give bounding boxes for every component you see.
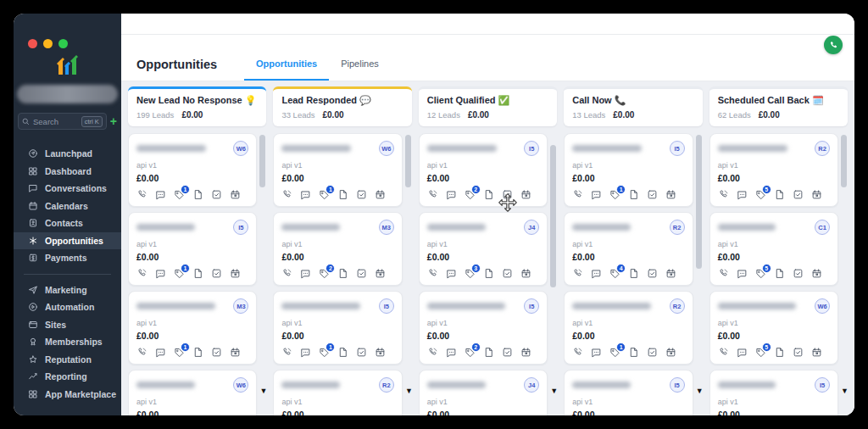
notes-icon[interactable] bbox=[774, 268, 785, 279]
appointment-icon[interactable] bbox=[665, 347, 676, 358]
conversation-icon[interactable] bbox=[300, 347, 311, 358]
tasks-icon[interactable] bbox=[502, 347, 513, 358]
appointment-icon[interactable] bbox=[665, 268, 676, 279]
tasks-icon[interactable] bbox=[211, 268, 222, 279]
minimize-window-button[interactable] bbox=[43, 39, 53, 48]
tasks-icon[interactable] bbox=[356, 268, 367, 279]
call-icon[interactable] bbox=[572, 347, 583, 358]
call-icon[interactable] bbox=[136, 189, 147, 200]
sidebar-item-automation[interactable]: Automation bbox=[14, 298, 121, 316]
appointment-icon[interactable] bbox=[811, 347, 822, 358]
column-scrollbar[interactable] bbox=[696, 135, 702, 269]
appointment-icon[interactable] bbox=[811, 189, 822, 200]
opportunity-card[interactable]: W6 api v1 £0.00 1 bbox=[128, 370, 257, 415]
column-scroll-caret[interactable]: ▼ bbox=[259, 387, 266, 395]
column-scrollbar[interactable] bbox=[259, 135, 265, 187]
appointment-icon[interactable] bbox=[375, 347, 386, 358]
conversation-icon[interactable] bbox=[737, 268, 748, 279]
sidebar-item-sites[interactable]: Sites bbox=[14, 316, 121, 334]
stage-header[interactable]: New Lead No Response 💡 199 Leads £0.00 bbox=[128, 86, 266, 126]
tasks-icon[interactable] bbox=[647, 189, 658, 200]
call-icon[interactable] bbox=[281, 347, 292, 358]
stage-header[interactable]: Lead Responded 💬 33 Leads £0.00 bbox=[273, 86, 411, 126]
appointment-icon[interactable] bbox=[811, 268, 822, 279]
sidebar-item-dashboard[interactable]: Dashboard bbox=[14, 163, 121, 181]
appointment-icon[interactable] bbox=[375, 189, 386, 200]
notes-icon[interactable] bbox=[774, 347, 785, 358]
notes-icon[interactable] bbox=[628, 347, 639, 358]
column-scroll-caret[interactable]: ▼ bbox=[405, 387, 412, 395]
account-name-blurred[interactable] bbox=[17, 85, 118, 103]
notes-icon[interactable] bbox=[192, 347, 203, 358]
notes-icon[interactable] bbox=[483, 268, 494, 279]
notes-icon[interactable] bbox=[192, 268, 203, 279]
opportunity-card[interactable]: M3 api v1 £0.00 2 bbox=[273, 212, 402, 286]
notes-icon[interactable] bbox=[628, 268, 639, 279]
sidebar-item-reporting[interactable]: Reporting bbox=[14, 368, 121, 386]
opportunity-card[interactable]: I5 api v1 £0.00 2 bbox=[419, 133, 548, 207]
column-scrollbar[interactable] bbox=[550, 145, 556, 287]
appointment-icon[interactable] bbox=[665, 189, 676, 200]
appointment-icon[interactable] bbox=[375, 268, 386, 279]
notes-icon[interactable] bbox=[483, 347, 494, 358]
call-icon[interactable] bbox=[427, 268, 438, 279]
column-scroll-caret[interactable]: ▼ bbox=[696, 387, 703, 395]
tasks-icon[interactable] bbox=[793, 189, 804, 200]
call-icon[interactable] bbox=[136, 268, 147, 279]
opportunity-card[interactable]: W6 api v1 £0.00 5 bbox=[709, 291, 838, 365]
opportunity-card[interactable]: M3 api v1 £0.00 1 bbox=[128, 291, 257, 365]
sidebar-item-memberships[interactable]: Memberships bbox=[14, 333, 121, 351]
sidebar-item-contacts[interactable]: Contacts bbox=[14, 214, 121, 232]
conversation-icon[interactable] bbox=[446, 268, 457, 279]
sidebar-item-opportunities[interactable]: Opportunities bbox=[14, 232, 121, 250]
sidebar-item-launchpad[interactable]: Launchpad bbox=[14, 145, 121, 163]
call-icon[interactable] bbox=[281, 189, 292, 200]
tasks-icon[interactable] bbox=[502, 268, 513, 279]
conversation-icon[interactable] bbox=[300, 268, 311, 279]
tasks-icon[interactable] bbox=[647, 347, 658, 358]
conversation-icon[interactable] bbox=[155, 189, 166, 200]
notes-icon[interactable] bbox=[337, 189, 348, 200]
column-scroll-caret[interactable]: ▼ bbox=[550, 387, 557, 395]
opportunity-card[interactable]: J4 api v1 £0.00 3 bbox=[419, 212, 548, 286]
notes-icon[interactable] bbox=[337, 268, 348, 279]
call-icon[interactable] bbox=[427, 347, 438, 358]
appointment-icon[interactable] bbox=[520, 268, 531, 279]
tasks-icon[interactable] bbox=[502, 189, 513, 200]
sidebar-item-marketing[interactable]: Marketing bbox=[14, 281, 121, 299]
conversation-icon[interactable] bbox=[737, 189, 748, 200]
call-icon[interactable] bbox=[572, 189, 583, 200]
conversation-icon[interactable] bbox=[591, 268, 602, 279]
notes-icon[interactable] bbox=[337, 347, 348, 358]
call-icon[interactable] bbox=[718, 189, 729, 200]
call-icon[interactable] bbox=[427, 189, 438, 200]
opportunity-card[interactable]: I5 api v1 £0.00 2 bbox=[564, 370, 693, 415]
stage-header[interactable]: Scheduled Call Back 🗓️ 62 Leads £0.00 bbox=[709, 86, 848, 126]
quick-add-button[interactable]: + bbox=[110, 115, 117, 127]
call-icon[interactable] bbox=[281, 268, 292, 279]
appointment-icon[interactable] bbox=[520, 347, 531, 358]
search-input[interactable]: Search ctrl K bbox=[18, 113, 107, 130]
opportunity-card[interactable]: R2 api v1 £0.00 1 bbox=[564, 291, 693, 365]
opportunity-card[interactable]: I5 api v1 £0.00 1 bbox=[564, 133, 693, 207]
opportunity-card[interactable]: R2 api v1 £0.00 4 bbox=[564, 212, 693, 286]
conversation-icon[interactable] bbox=[591, 347, 602, 358]
conversation-icon[interactable] bbox=[446, 347, 457, 358]
notes-icon[interactable] bbox=[774, 189, 785, 200]
tasks-icon[interactable] bbox=[793, 347, 804, 358]
opportunity-card[interactable]: R2 api v1 £0.00 5 bbox=[709, 133, 838, 207]
opportunity-card[interactable]: I5 api v1 £0.00 1 bbox=[128, 212, 257, 286]
column-scrollbar[interactable] bbox=[841, 135, 847, 187]
conversation-icon[interactable] bbox=[591, 189, 602, 200]
stage-header[interactable]: Client Qualified ✅ 12 Leads £0.00 bbox=[419, 86, 557, 126]
conversation-icon[interactable] bbox=[737, 347, 748, 358]
tasks-icon[interactable] bbox=[356, 189, 367, 200]
conversation-icon[interactable] bbox=[300, 189, 311, 200]
opportunity-card[interactable]: R2 api v1 £0.00 1 bbox=[273, 370, 402, 415]
sidebar-item-calendars[interactable]: Calendars bbox=[14, 198, 121, 215]
conversation-icon[interactable] bbox=[446, 189, 457, 200]
maximize-window-button[interactable] bbox=[58, 39, 68, 48]
tasks-icon[interactable] bbox=[211, 347, 222, 358]
call-fab-button[interactable] bbox=[824, 36, 843, 54]
call-icon[interactable] bbox=[718, 268, 729, 279]
